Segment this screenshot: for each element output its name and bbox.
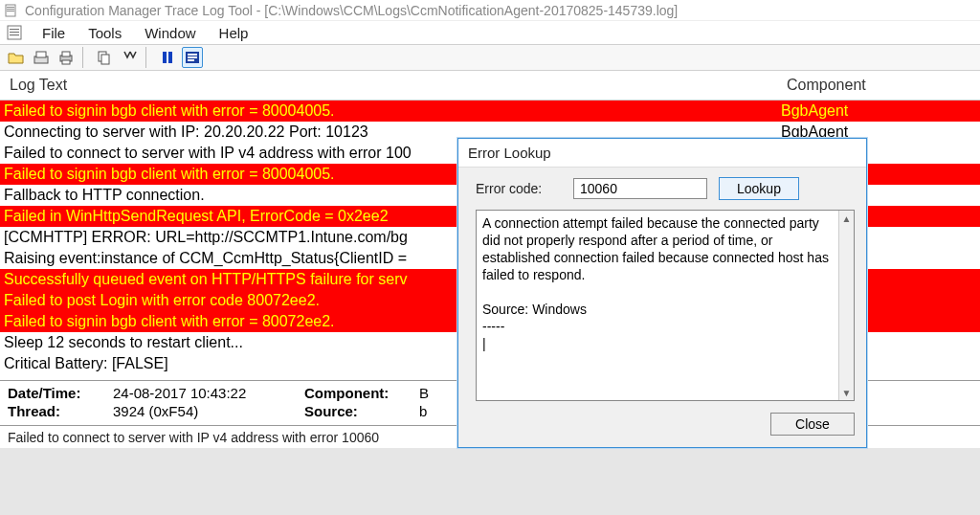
details-component-label: Component: xyxy=(304,385,419,401)
svg-rect-7 xyxy=(10,34,19,35)
details-datetime-value: 24-08-2017 10:43:22 xyxy=(113,385,304,401)
close-button[interactable]: Close xyxy=(770,413,855,436)
svg-rect-11 xyxy=(62,52,70,56)
details-source-label: Source: xyxy=(304,403,419,419)
svg-rect-12 xyxy=(62,60,70,64)
pause-icon[interactable] xyxy=(157,47,178,68)
svg-rect-18 xyxy=(188,54,197,56)
svg-rect-2 xyxy=(7,9,14,10)
menu-file[interactable]: File xyxy=(33,23,75,43)
dialog-title: Error Lookup xyxy=(458,139,866,168)
separator xyxy=(145,47,151,68)
status-text: Failed to connect to server with IP v4 a… xyxy=(8,430,379,445)
log-header-row: Log Text Component xyxy=(0,71,980,101)
window-title: Configuration Manager Trace Log Tool - [… xyxy=(25,3,678,18)
svg-rect-19 xyxy=(188,56,197,58)
svg-rect-15 xyxy=(163,52,167,63)
details-thread-value: 3924 (0xF54) xyxy=(113,403,304,419)
scroll-up-icon[interactable]: ▲ xyxy=(839,211,854,226)
error-code-input[interactable] xyxy=(573,178,707,199)
log-row[interactable]: Failed to signin bgb client with error =… xyxy=(0,101,980,122)
scroll-down-icon[interactable]: ▼ xyxy=(839,385,854,400)
print-icon[interactable] xyxy=(56,47,77,68)
svg-rect-16 xyxy=(168,52,172,63)
error-description-text: A connection attempt failed because the … xyxy=(477,211,838,400)
window-titlebar: Configuration Manager Trace Log Tool - [… xyxy=(0,0,980,21)
error-code-label: Error code: xyxy=(476,181,562,196)
log-text: Failed to signin bgb client with error =… xyxy=(4,101,781,122)
find-icon[interactable] xyxy=(119,47,140,68)
menu-window[interactable]: Window xyxy=(135,23,205,43)
menu-help[interactable]: Help xyxy=(210,23,258,43)
svg-rect-20 xyxy=(188,59,194,61)
svg-rect-1 xyxy=(7,7,14,8)
svg-rect-6 xyxy=(10,32,19,33)
open-server-icon[interactable] xyxy=(31,47,52,68)
document-icon xyxy=(6,24,25,41)
open-icon[interactable] xyxy=(6,47,27,68)
copy-icon[interactable] xyxy=(94,47,115,68)
svg-rect-3 xyxy=(7,11,14,11)
column-header-logtext[interactable]: Log Text xyxy=(10,77,787,94)
menu-tools[interactable]: Tools xyxy=(78,23,131,43)
toolbar xyxy=(0,44,980,71)
menubar: File Tools Window Help xyxy=(0,21,980,44)
app-icon xyxy=(4,3,19,18)
lookup-button[interactable]: Lookup xyxy=(719,177,799,200)
scrollbar[interactable]: ▲ ▼ xyxy=(838,211,854,400)
column-header-component[interactable]: Component xyxy=(787,77,970,94)
error-lookup-dialog: Error Lookup Error code: Lookup A connec… xyxy=(457,138,867,448)
svg-rect-14 xyxy=(101,55,109,64)
error-description-box[interactable]: A connection attempt failed because the … xyxy=(476,210,855,401)
separator xyxy=(82,47,88,68)
svg-rect-9 xyxy=(36,52,46,57)
highlight-icon[interactable] xyxy=(182,47,203,68)
svg-rect-5 xyxy=(10,29,19,30)
details-thread-label: Thread: xyxy=(8,403,113,419)
details-datetime-label: Date/Time: xyxy=(8,385,113,401)
log-component: BgbAgent xyxy=(781,101,976,122)
